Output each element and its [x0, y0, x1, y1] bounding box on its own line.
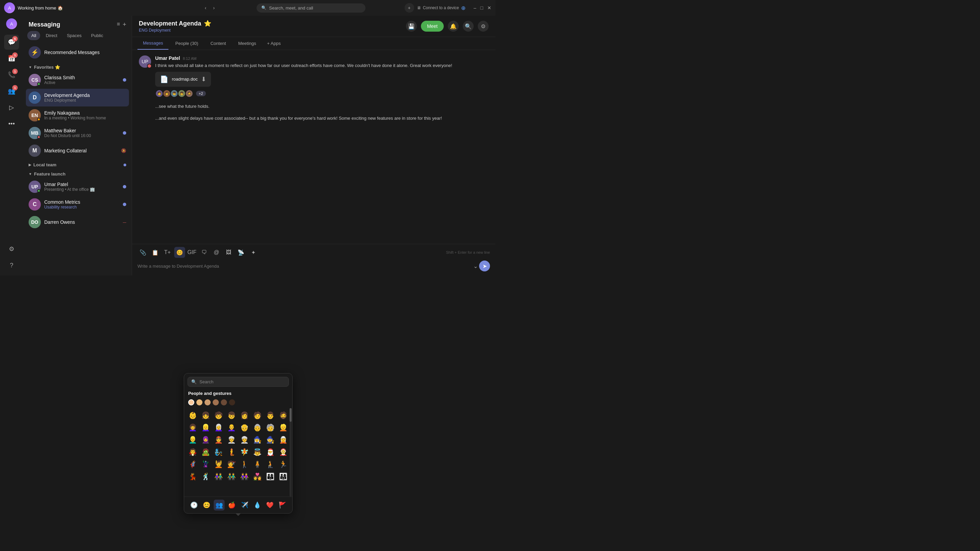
title-bar: A Working from home 🏠 ‹ › 🔍 Search, meet…	[0, 0, 495, 16]
profile-avatar[interactable]: A	[6, 18, 17, 29]
clarissa-status	[37, 82, 40, 86]
send-button[interactable]: ➤	[479, 260, 490, 272]
conv-common-metrics[interactable]: C Common Metrics Usability research	[26, 195, 129, 213]
connect-device[interactable]: 🖥 Connect to a device ⊕	[417, 5, 466, 11]
feature-launch-chevron: ▼	[29, 172, 32, 176]
local-team-section[interactable]: ▶ Local team	[26, 159, 129, 169]
main-content: Development Agenda ⭐ ENG Deployment 💾 Me…	[132, 16, 495, 275]
tab-all[interactable]: All	[27, 31, 40, 40]
close-button[interactable]: ✕	[487, 5, 492, 11]
favorites-section[interactable]: ▼ Favorites ⭐	[26, 62, 129, 71]
add-button[interactable]: +	[404, 3, 414, 13]
tab-messages[interactable]: Messages	[137, 37, 169, 50]
conv-emily[interactable]: EN Emily Nakagawa In a meeting • Working…	[26, 106, 129, 124]
compose-area: 📎 📋 T+ 😊 GIF 🗨 @ 🖼 📡 ✦ Shift + Enter for…	[132, 244, 495, 275]
global-search[interactable]: 🔍 Search, meet, and call	[256, 3, 366, 13]
reaction-2: 👩	[163, 89, 171, 98]
window-title: Working from home 🏠	[18, 5, 199, 11]
gif-button[interactable]: GIF	[186, 247, 197, 258]
msg-content-3: ...and even slight delays have cost asso…	[155, 115, 488, 122]
more-compose-button[interactable]: ✦	[248, 247, 259, 258]
meet-button[interactable]: Meet	[421, 21, 444, 32]
sidebar-header: Messaging ≡ +	[23, 16, 132, 31]
common-metrics-info: Common Metrics Usability research	[44, 199, 119, 210]
format-button[interactable]: T+	[162, 247, 173, 258]
conv-marketing[interactable]: M Marketing Collateral 🔕	[26, 142, 129, 159]
tab-people[interactable]: People (30)	[170, 37, 204, 50]
umar-unread	[123, 185, 126, 189]
back-button[interactable]: ‹	[202, 4, 209, 12]
note-button[interactable]: 📋	[150, 247, 161, 258]
left-rail: A 💬 5 📅 1 📞 1 👥 1 ▷ ••• ⚙ ?	[0, 16, 23, 275]
image-button[interactable]: 🖼	[223, 247, 234, 258]
filter-icon[interactable]: ≡	[117, 21, 120, 28]
clarissa-name: Clarissa Smith	[44, 75, 119, 80]
new-chat-button[interactable]: +	[123, 21, 126, 28]
reaction-count: +2	[196, 91, 206, 96]
messages-area: UP Umar Patel 8:12 AM I think we should …	[132, 50, 495, 244]
conv-matthew[interactable]: MB Matthew Baker Do Not Disturb until 16…	[26, 124, 129, 142]
tab-meetings[interactable]: Meetings	[233, 37, 262, 50]
compose-hint: Shift + Enter for a new line	[446, 250, 490, 254]
conv-dev-agenda[interactable]: D Development Agenda ENG Deployment	[26, 89, 129, 106]
teams-nav[interactable]: 👥 1	[4, 84, 19, 98]
channel-title-area: Development Agenda ⭐ ENG Deployment	[139, 20, 211, 33]
schedule-button[interactable]: 📡	[235, 247, 247, 258]
calendar-nav[interactable]: 📅 1	[4, 51, 19, 66]
matthew-sub: Do Not Disturb until 16:00	[44, 133, 119, 138]
forward-button[interactable]: ›	[210, 4, 218, 12]
tab-public[interactable]: Public	[87, 31, 107, 40]
settings-channel-icon[interactable]: ⚙	[478, 21, 488, 32]
attach-button[interactable]: 📎	[137, 247, 148, 258]
edge-icon: ⊕	[461, 5, 466, 11]
recommended-messages[interactable]: ⚡ Recommended Messages	[26, 43, 129, 62]
calls-nav[interactable]: 📞 1	[4, 67, 19, 82]
expand-icon[interactable]: ⌄	[473, 263, 478, 269]
messaging-nav[interactable]: 💬 5	[4, 35, 19, 50]
teams-badge: 1	[12, 85, 18, 91]
download-icon[interactable]: ⬇	[201, 76, 206, 83]
mention-button[interactable]: @	[211, 247, 222, 258]
add-apps-tab[interactable]: + Apps	[263, 37, 285, 50]
compose-input[interactable]	[137, 264, 471, 269]
minimize-button[interactable]: –	[474, 5, 476, 11]
local-team-label: Local team	[33, 162, 56, 167]
matthew-status	[37, 135, 40, 139]
sidebar-actions: ≡ +	[117, 21, 126, 28]
activity-nav[interactable]: ▷	[4, 100, 19, 115]
darren-info: Darren Owens	[44, 219, 119, 225]
dev-agenda-sub: ENG Deployment	[44, 98, 126, 103]
channel-actions: 💾 Meet 🔔 🔍 ⚙	[406, 21, 488, 32]
help-nav[interactable]: ?	[4, 258, 19, 273]
recommended-icon: ⚡	[29, 46, 41, 59]
more-icon: •••	[8, 121, 15, 127]
tab-spaces[interactable]: Spaces	[63, 31, 86, 40]
app-body: A 💬 5 📅 1 📞 1 👥 1 ▷ ••• ⚙ ?	[0, 16, 495, 275]
tab-content[interactable]: Content	[205, 37, 231, 50]
umar-sub: Presenting • At the office 🏢	[44, 187, 119, 192]
sticker-button[interactable]: 🗨	[199, 247, 210, 258]
search-channel-icon[interactable]: 🔍	[463, 21, 474, 32]
umar-info: Umar Patel Presenting • At the office 🏢	[44, 182, 119, 192]
user-avatar[interactable]: A	[4, 2, 15, 13]
settings-nav[interactable]: ⚙	[4, 241, 19, 256]
maximize-button[interactable]: □	[480, 5, 483, 11]
common-metrics-unread	[123, 203, 126, 206]
feature-launch-section[interactable]: ▼ Feature launch	[26, 169, 129, 178]
marketing-avatar: M	[29, 144, 41, 157]
conv-umar[interactable]: UP Umar Patel Presenting • At the office…	[26, 178, 129, 195]
tab-direct[interactable]: Direct	[41, 31, 61, 40]
emoji-button[interactable]: 😊	[174, 247, 185, 258]
msg-text-2a: ...see what the future holds.	[155, 103, 488, 110]
local-team-unread	[124, 164, 126, 166]
local-team-chevron: ▶	[29, 163, 31, 167]
compose-send-area: ⌄ ➤	[473, 260, 490, 272]
msg-attachment-1[interactable]: 📄 roadmap.doc ⬇	[155, 72, 211, 87]
conv-clarissa[interactable]: CS Clarissa Smith Active	[26, 71, 129, 89]
notification-icon[interactable]: 🔔	[448, 21, 459, 32]
more-nav[interactable]: •••	[4, 116, 19, 131]
msg-header-1: Umar Patel 8:12 AM	[155, 56, 488, 61]
favorites-label: Favorites ⭐	[34, 65, 60, 70]
activity-icon: ▷	[9, 104, 14, 111]
conv-darren[interactable]: DO Darren Owens —	[26, 213, 129, 231]
